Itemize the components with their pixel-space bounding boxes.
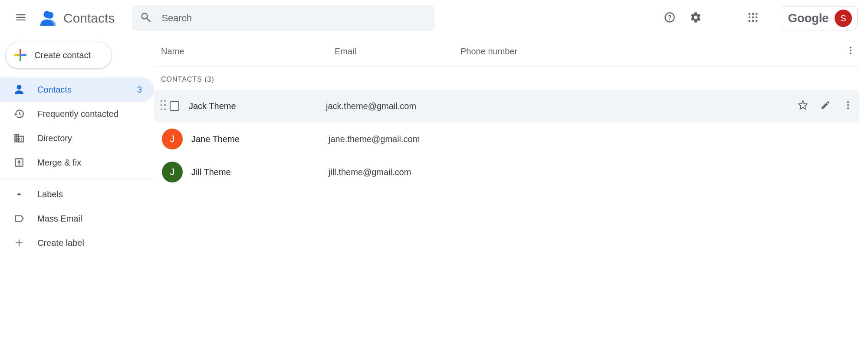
app-header: Contacts Google S: [0, 0, 868, 36]
app-title: Contacts: [63, 11, 115, 26]
contact-email: jane.theme@gmail.com: [329, 134, 502, 144]
svg-point-26: [847, 104, 849, 106]
svg-point-23: [161, 108, 162, 110]
create-contact-label: Create contact: [34, 50, 91, 60]
plus-icon: [13, 237, 25, 249]
column-settings-button[interactable]: [842, 46, 859, 57]
main-menu-button[interactable]: [10, 8, 31, 29]
google-logo-text: Google: [788, 11, 829, 25]
svg-point-7: [755, 17, 757, 19]
svg-rect-11: [20, 49, 21, 54]
contact-row[interactable]: Jack Themejack.theme@gmail.com: [154, 89, 859, 123]
history-icon: [13, 108, 25, 120]
label-icon: [13, 212, 25, 225]
sidebar-item-merge-fix[interactable]: Merge & fix: [0, 150, 154, 175]
edit-button[interactable]: [820, 100, 831, 113]
apps-grid-icon: [747, 11, 759, 25]
svg-point-27: [847, 107, 849, 109]
contact-name: Jack Theme: [189, 101, 326, 111]
search-icon: [140, 11, 152, 25]
svg-point-4: [755, 13, 757, 15]
svg-point-19: [161, 99, 162, 101]
google-apps-button[interactable]: [743, 8, 763, 29]
column-name[interactable]: Name: [161, 46, 335, 56]
main-content: Name Email Phone number CONTACTS (3) Jac…: [154, 36, 868, 338]
contact-name: Jill Theme: [191, 167, 329, 177]
svg-point-25: [847, 101, 849, 103]
svg-point-1: [43, 11, 50, 18]
contact-email: jack.theme@gmail.com: [326, 101, 500, 111]
sidebar-item-frequently-contacted[interactable]: Frequently contacted: [0, 102, 154, 126]
svg-point-9: [752, 20, 754, 22]
google-plus-icon: [13, 48, 27, 62]
svg-point-21: [161, 104, 162, 106]
star-button[interactable]: [798, 100, 808, 113]
sidebar-labels-header[interactable]: Labels: [0, 182, 154, 206]
svg-rect-13: [14, 54, 20, 56]
contact-row[interactable]: JJane Themejane.theme@gmail.com: [154, 123, 859, 156]
google-account-chip[interactable]: Google S: [781, 6, 858, 30]
sidebar-item-label: Mass Email: [37, 214, 82, 224]
sidebar-label-mass-email[interactable]: Mass Email: [0, 206, 154, 231]
svg-point-18: [850, 53, 852, 54]
domain-icon: [13, 132, 25, 144]
svg-point-5: [748, 17, 750, 19]
svg-point-10: [755, 20, 757, 22]
help-icon: [664, 11, 676, 25]
create-contact-button[interactable]: Create contact: [5, 42, 112, 69]
sidebar-item-label: Create label: [37, 238, 84, 248]
app-brand: Contacts: [37, 8, 115, 29]
sidebar-item-label: Directory: [37, 133, 72, 143]
sidebar-item-label: Merge & fix: [37, 158, 81, 168]
help-button[interactable]: [659, 8, 680, 29]
svg-point-17: [850, 50, 852, 51]
row-more-button[interactable]: [843, 100, 853, 113]
svg-rect-15: [20, 54, 21, 56]
contact-email: jill.theme@gmail.com: [329, 167, 502, 177]
gear-icon: [690, 11, 702, 25]
svg-point-16: [850, 47, 852, 49]
svg-point-3: [752, 13, 754, 15]
search-input[interactable]: [161, 12, 427, 24]
chevron-up-icon: [13, 188, 25, 200]
contacts-logo-icon: [37, 8, 58, 29]
svg-point-24: [164, 108, 166, 110]
person-icon: [13, 83, 25, 96]
svg-rect-12: [20, 56, 21, 61]
sidebar-item-label: Frequently contacted: [37, 109, 118, 119]
select-checkbox[interactable]: [170, 101, 179, 111]
column-email[interactable]: Email: [335, 46, 460, 56]
contact-avatar: J: [162, 129, 183, 149]
sidebar-item-label: Labels: [37, 189, 63, 199]
svg-point-20: [164, 99, 166, 101]
contact-row[interactable]: JJill Themejill.theme@gmail.com: [154, 156, 859, 189]
sidebar-item-badge: 3: [137, 85, 142, 95]
contacts-section-label: CONTACTS (3): [154, 67, 859, 89]
svg-point-8: [748, 20, 750, 22]
contact-name: Jane Theme: [191, 134, 329, 144]
search-box[interactable]: [132, 5, 434, 31]
sidebar: Create contact Contacts3Frequently conta…: [0, 36, 154, 338]
settings-button[interactable]: [685, 8, 706, 29]
table-header: Name Email Phone number: [154, 36, 859, 67]
account-avatar[interactable]: S: [835, 10, 852, 27]
sidebar-item-label: Contacts: [37, 85, 72, 95]
svg-point-2: [748, 13, 750, 15]
sidebar-item-directory[interactable]: Directory: [0, 126, 154, 150]
contact-avatar: J: [162, 162, 183, 182]
svg-point-6: [752, 17, 754, 19]
sidebar-item-contacts[interactable]: Contacts3: [0, 77, 154, 102]
more-vert-icon: [846, 46, 855, 57]
column-phone[interactable]: Phone number: [460, 46, 842, 56]
svg-point-22: [164, 104, 166, 106]
merge-icon: [13, 156, 25, 169]
sidebar-label-create-label[interactable]: Create label: [0, 231, 154, 255]
drag-handle-icon[interactable]: [159, 99, 170, 113]
sidebar-divider: [0, 178, 154, 179]
svg-rect-14: [21, 54, 26, 56]
hamburger-icon: [15, 11, 27, 25]
